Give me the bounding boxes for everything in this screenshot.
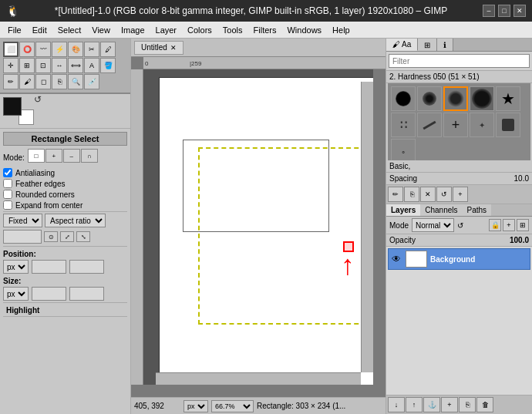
menu-select[interactable]: Select	[53, 24, 86, 36]
tool-clone[interactable]: ⎘	[52, 74, 67, 89]
layer-new-btn[interactable]: +	[441, 397, 458, 412]
status-zoom-select[interactable]: 66.7%	[211, 400, 254, 412]
lock-pixels-btn[interactable]: 🔒	[489, 219, 501, 231]
tool-eraser[interactable]: ◻	[35, 74, 51, 89]
menu-file[interactable]: File	[3, 24, 26, 36]
layer-duplicate-btn[interactable]: ⎘	[459, 397, 476, 412]
tool-flip[interactable]: ⟺	[68, 58, 83, 73]
maximize-button[interactable]: □	[498, 5, 510, 17]
tool-pencil[interactable]: ✏	[3, 74, 19, 89]
brush-filter-input[interactable]	[389, 54, 530, 68]
menu-help[interactable]: Help	[328, 24, 355, 36]
brush-item[interactable]	[496, 113, 520, 137]
mode-add-btn[interactable]: +	[45, 149, 62, 163]
brush-item[interactable]	[417, 113, 442, 137]
tool-move[interactable]: ✛	[3, 58, 19, 73]
tool-ellipse-select[interactable]: ⭕	[19, 42, 35, 57]
layer-background[interactable]: 👁 Background	[388, 248, 530, 270]
lock-position-btn[interactable]: +	[503, 219, 515, 231]
image-tab[interactable]: Untitled ✕	[134, 41, 184, 55]
antialiasing-checkbox[interactable]	[3, 168, 12, 177]
lock-all-btn[interactable]: ⊞	[517, 219, 529, 231]
tab-patterns[interactable]: ⊞	[418, 39, 437, 51]
layer-anchor-btn[interactable]: ⚓	[423, 397, 440, 412]
rounded-corners-checkbox[interactable]	[3, 190, 12, 199]
mode-intersect-btn[interactable]: ∩	[81, 149, 98, 163]
menu-filters[interactable]: Filters	[249, 24, 281, 36]
menu-image[interactable]: Image	[116, 24, 150, 36]
tab-info[interactable]: ℹ	[437, 39, 453, 51]
menu-tools[interactable]: Tools	[218, 24, 247, 36]
brush-item[interactable]: ✦	[470, 113, 494, 137]
brush-delete-btn[interactable]: ✕	[420, 187, 436, 202]
tool-free-select[interactable]: 〰	[35, 42, 51, 57]
menu-edit[interactable]: Edit	[28, 24, 52, 36]
fixed-select[interactable]: Fixed	[3, 214, 42, 227]
brush-item[interactable]	[417, 86, 442, 111]
status-coord: 405, 392	[134, 402, 180, 410]
position-y-input[interactable]: 158	[69, 260, 104, 274]
tool-scissors[interactable]: ✂	[84, 42, 99, 57]
tool-paths[interactable]: 🖊	[100, 42, 116, 57]
tool-align[interactable]: ⊞	[19, 58, 35, 73]
size-h-input[interactable]: 234	[69, 287, 104, 301]
brush-item[interactable]: ∷	[391, 113, 416, 137]
brush-item[interactable]: ★	[496, 86, 520, 111]
scroll-right[interactable]	[361, 82, 373, 372]
brush-item[interactable]: +	[443, 113, 468, 137]
menu-windows[interactable]: Windows	[282, 24, 326, 36]
brush-add-btn[interactable]: +	[453, 187, 468, 202]
ratio-input[interactable]: 1:1	[3, 230, 42, 244]
canvas-viewport[interactable]: ↑	[143, 69, 373, 385]
ratio-expand-btn[interactable]: ⤢	[60, 231, 74, 242]
brush-item-selected[interactable]	[443, 86, 468, 111]
tool-text[interactable]: A	[84, 58, 99, 73]
menu-view[interactable]: View	[87, 24, 115, 36]
position-unit-select[interactable]: px	[3, 260, 29, 274]
close-button[interactable]: ✕	[513, 5, 526, 17]
status-unit-select[interactable]: px	[184, 400, 208, 412]
tool-eyedropper[interactable]: 💉	[84, 74, 99, 89]
mode-subtract-btn[interactable]: –	[63, 149, 80, 163]
tool-rect-select[interactable]: ⬜	[3, 42, 19, 57]
size-w-input[interactable]: 303	[32, 287, 66, 301]
mode-cycle-btn[interactable]: ↺	[457, 221, 463, 230]
brush-item[interactable]	[391, 86, 416, 111]
layer-visibility-btn[interactable]: 👁	[390, 253, 402, 265]
ratio-reset-btn[interactable]: ⊙	[44, 231, 58, 242]
expand-from-center-checkbox[interactable]	[3, 200, 12, 210]
brush-refresh-btn[interactable]: ↺	[436, 187, 452, 202]
tool-crop[interactable]: ⊡	[35, 58, 51, 73]
menu-colors[interactable]: Colors	[183, 24, 217, 36]
brush-copy-btn[interactable]: ⎘	[404, 187, 419, 202]
brush-item[interactable]	[470, 86, 494, 111]
menu-layer[interactable]: Layer	[151, 24, 182, 36]
size-unit-select[interactable]: px	[3, 287, 29, 301]
tab-brushes[interactable]: 🖌 Aa	[386, 39, 418, 51]
tab-layers[interactable]: Layers	[386, 204, 420, 216]
feather-edges-checkbox[interactable]	[3, 179, 12, 188]
tab-paths[interactable]: Paths	[463, 204, 492, 216]
aspect-ratio-select[interactable]: Aspect ratio	[45, 214, 106, 227]
tool-transform[interactable]: ↔	[52, 58, 67, 73]
position-x-input[interactable]: 102	[32, 260, 66, 274]
scroll-bottom[interactable]	[156, 372, 361, 385]
tool-fuzzy-select[interactable]: ⚡	[52, 42, 67, 57]
tool-zoom[interactable]: 🔍	[68, 74, 83, 89]
foreground-color-swatch[interactable]	[3, 97, 22, 116]
layer-move-up-btn[interactable]: ↑	[406, 397, 423, 412]
brush-item[interactable]: ∘	[391, 139, 416, 160]
tool-paintbucket[interactable]: 🪣	[100, 58, 116, 73]
layer-mode-select[interactable]: Normal	[412, 218, 454, 232]
layer-move-down-btn[interactable]: ↓	[388, 397, 405, 412]
minimize-button[interactable]: –	[483, 5, 495, 17]
tab-channels[interactable]: Channels	[420, 204, 462, 216]
layer-delete-btn[interactable]: 🗑	[476, 397, 493, 412]
canvas-wrapper[interactable]: |259 0 ↑	[131, 57, 386, 397]
tool-select-by-color[interactable]: 🎨	[68, 42, 83, 57]
mode-replace-btn[interactable]: □	[28, 149, 45, 163]
brush-edit-btn[interactable]: ✏	[388, 187, 403, 202]
tool-paintbrush[interactable]: 🖌	[19, 74, 35, 89]
image-tab-close-btn[interactable]: ✕	[170, 44, 177, 52]
ratio-shrink-btn[interactable]: ⤡	[76, 231, 90, 242]
